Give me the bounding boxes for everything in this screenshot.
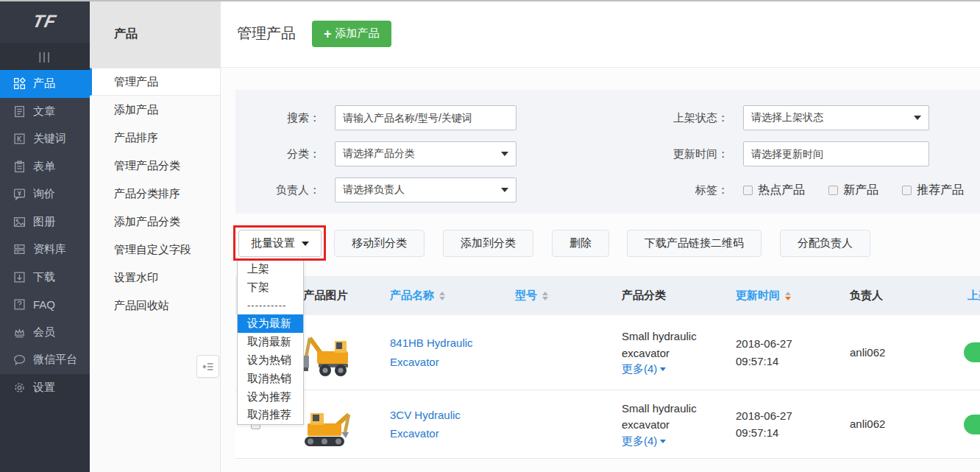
menu-item-put-on-shelf[interactable]: 上架	[238, 260, 303, 278]
updated-time: 2018-06-27 09:57:14	[736, 335, 813, 370]
assign-owner-button[interactable]: 分配负责人	[780, 230, 870, 257]
tag-hot-products[interactable]: 热点产品	[743, 183, 805, 198]
library-stack-icon	[13, 243, 26, 256]
tag-new-products[interactable]: 新产品	[828, 183, 878, 198]
checkbox[interactable]	[828, 186, 838, 195]
submenu-item-watermark[interactable]: 设置水印	[90, 264, 220, 292]
submenu-collapse-button[interactable]	[196, 355, 219, 378]
sidebar-item-label: 文章	[33, 105, 55, 119]
status-toggle-on[interactable]	[964, 342, 980, 362]
sidebar-item-wechat[interactable]: 微信平台	[0, 346, 90, 374]
chat-bubble-icon	[13, 353, 26, 366]
status-select[interactable]: 请选择上架状态	[743, 105, 929, 130]
checkbox[interactable]	[902, 186, 912, 195]
submenu-item-add-product[interactable]: 添加产品	[90, 96, 220, 124]
menu-item-set-hot[interactable]: 设为热销	[238, 351, 303, 370]
updated-time: 2018-06-27 09:57:14	[736, 407, 813, 442]
submenu-item-manage-categories[interactable]: 管理产品分类	[90, 152, 220, 180]
status-toggle-on[interactable]	[964, 415, 980, 434]
move-to-category-button[interactable]: 移动到分类	[334, 230, 425, 257]
sidebar-item-downloads[interactable]: 下载	[0, 264, 90, 292]
sidebar-item-keywords[interactable]: 关键词	[0, 125, 90, 153]
sidebar-item-label: 会员	[33, 325, 55, 339]
submenu-item-custom-fields[interactable]: 管理自定义字段	[90, 236, 220, 264]
checkbox[interactable]	[743, 186, 753, 195]
update-time-input[interactable]	[743, 141, 929, 166]
product-table: 产品图片 产品名称 型号 产品分类 更新时间 负责人 上架状态	[235, 276, 980, 459]
submenu-item-product-sort[interactable]: 产品排序	[90, 124, 220, 152]
sidebar-collapse-handle[interactable]: |||	[0, 43, 90, 70]
download-icon	[13, 271, 26, 283]
chevron-down-icon	[914, 116, 921, 120]
submenu-item-manage-products[interactable]: 管理产品	[90, 68, 220, 96]
keyword-icon	[13, 133, 26, 145]
sidebar-item-library[interactable]: 资料库	[0, 236, 90, 264]
sidebar-item-label: 下载	[33, 270, 55, 284]
header-updated-sort[interactable]: 更新时间	[721, 289, 831, 303]
category-cell: Small hydraulic excavator 更多(4)	[607, 401, 721, 448]
batch-settings-dropdown: 上架 下架 ---------- 设为最新 取消最新 设为热销 取消热销 设为推…	[237, 259, 304, 425]
sidebar-item-faq[interactable]: FAQ	[0, 291, 90, 319]
sidebar-item-members[interactable]: 会员	[0, 319, 90, 347]
main-header: 管理产品 + 添加产品	[221, 0, 980, 68]
submenu-item-recycle-bin[interactable]: 产品回收站	[90, 292, 220, 320]
sidebar-item-label: 设置	[33, 381, 55, 395]
add-to-category-button[interactable]: 添加到分类	[443, 230, 533, 257]
submenu-item-category-sort[interactable]: 产品分类排序	[90, 180, 220, 208]
main-content: 管理产品 + 添加产品 搜索： 上架状态： 请选择上架状态 分类： 请选择产品分…	[221, 0, 980, 472]
add-product-button[interactable]: + 添加产品	[312, 21, 391, 47]
chevron-down-icon	[660, 440, 666, 443]
article-icon	[13, 105, 26, 118]
logo: TF	[0, 0, 90, 43]
category-filter-label: 分类：	[235, 147, 320, 161]
grip-icon: |||	[38, 50, 52, 63]
submenu-item-add-category[interactable]: 添加产品分类	[90, 208, 220, 236]
gear-icon	[13, 381, 26, 394]
header-status-sort[interactable]: 上架状态	[949, 289, 980, 303]
product-image-wheeled-excavator	[297, 323, 355, 382]
chevron-down-icon	[501, 152, 508, 156]
sidebar-bottom-zone: 设置	[0, 374, 90, 472]
header-model-sort[interactable]: 型号	[500, 289, 607, 303]
table-row: 3CV Hydraulic Excavator Small hydraulic …	[235, 390, 980, 459]
owner-name: anli062	[850, 346, 885, 359]
plus-icon: +	[324, 27, 332, 40]
logo-text: TF	[31, 11, 58, 32]
menu-item-unset-recommended[interactable]: 取消推荐	[238, 406, 303, 424]
menu-item-take-off-shelf[interactable]: 下架	[238, 278, 303, 297]
sidebar-item-forms[interactable]: 表单	[0, 153, 90, 181]
sidebar-item-products[interactable]: 产品	[0, 70, 90, 98]
sort-arrows-icon	[542, 292, 548, 300]
category-select[interactable]: 请选择产品分类	[335, 141, 516, 166]
sidebar-item-label: FAQ	[33, 298, 55, 311]
search-input[interactable]	[335, 105, 516, 130]
collapse-outdent-icon	[202, 361, 214, 373]
batch-settings-button[interactable]: 批量设置	[238, 230, 322, 257]
menu-item-set-latest[interactable]: 设为最新	[238, 314, 303, 333]
time-filter-label: 更新时间：	[644, 147, 728, 161]
menu-item-unset-latest[interactable]: 取消最新	[238, 333, 303, 351]
owner-select[interactable]: 请选择负责人	[335, 177, 516, 202]
menu-item-unset-hot[interactable]: 取消热销	[238, 370, 303, 388]
sidebar-item-label: 微信平台	[33, 353, 77, 367]
window-top-edge	[0, 0, 980, 1]
product-name-link[interactable]: 841HB Hydraulic Excavator	[390, 334, 500, 371]
sidebar-item-inquiries[interactable]: 询价	[0, 180, 90, 208]
tag-recommended-products[interactable]: 推荐产品	[902, 183, 964, 198]
product-name-link[interactable]: 3CV Hydraulic Excavator	[390, 406, 500, 443]
sort-arrows-desc-icon	[785, 292, 791, 300]
download-qrcode-button[interactable]: 下载产品链接二维码	[627, 230, 761, 257]
sidebar-item-gallery[interactable]: 图册	[0, 208, 90, 236]
category-cell: Small hydraulic excavator 更多(4)	[607, 328, 721, 376]
menu-separator: ----------	[238, 297, 303, 315]
sidebar-item-articles[interactable]: 文章	[0, 98, 90, 126]
more-categories-link[interactable]: 更多(4)	[622, 434, 666, 448]
delete-button[interactable]: 删除	[552, 230, 609, 257]
sidebar-item-settings[interactable]: 设置	[0, 374, 90, 402]
table-header-row: 产品图片 产品名称 型号 产品分类 更新时间 负责人 上架状态	[235, 276, 980, 315]
chevron-down-icon	[501, 188, 508, 192]
sidebar-item-label: 关键词	[33, 132, 66, 146]
menu-item-set-recommended[interactable]: 设为推荐	[238, 388, 303, 406]
header-name-sort[interactable]: 产品名称	[375, 289, 500, 303]
more-categories-link[interactable]: 更多(4)	[622, 362, 666, 376]
